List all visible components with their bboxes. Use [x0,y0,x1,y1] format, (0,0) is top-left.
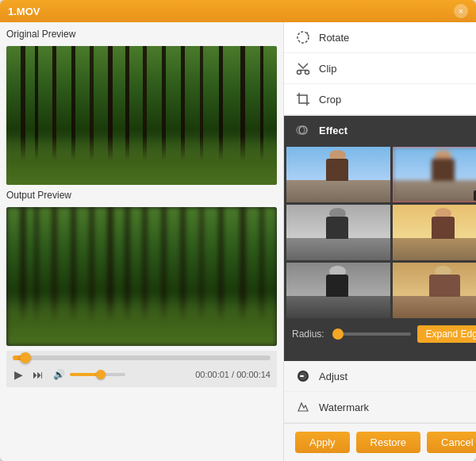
output-preview-label: Output Preview [6,190,277,202]
crop-icon [295,91,311,107]
original-preview-scene [6,46,277,185]
effect-thumb-dark [286,263,390,318]
adjust-icon [295,368,311,384]
effect-thumb-warm [393,205,476,260]
titlebar: 1.MOV × [0,0,476,22]
footer-buttons: Apply Restore Cancel [284,423,476,461]
time-display: 00:00:01 / 00:00:14 [195,370,271,379]
effect-label: Effect [319,125,347,136]
adjust-label: Adjust [319,371,347,382]
volume-thumb[interactable] [96,370,106,379]
content-area: Original Preview Output Preview [0,22,476,461]
effect-cell-blur[interactable]: Blur [393,147,476,202]
effect-header[interactable]: Effect [284,116,476,144]
tools-menu: Rotate Clip [284,22,476,116]
restore-button[interactable]: Restore [356,432,421,453]
radius-thumb[interactable] [332,328,344,340]
effect-cell-normal[interactable] [286,147,390,202]
rotate-label: Rotate [319,32,349,44]
apply-button[interactable]: Apply [295,432,350,453]
effect-cell-warm[interactable] [393,205,476,260]
radius-slider[interactable] [334,332,411,336]
close-button[interactable]: × [454,4,468,18]
main-window: 1.MOV × Original Preview Output Preview [0,0,476,461]
watermark-label: Watermark [319,401,369,413]
tool-rotate[interactable]: Rotate [284,22,476,53]
controls-bar: ▶ ⏭ 🔊 00:00:01 / 00:00:14 [6,351,277,387]
tool-clip[interactable]: Clip [284,53,476,84]
time-separator: / [232,370,234,379]
tool-crop[interactable]: Crop [284,84,476,115]
effect-cell-gray1[interactable] [286,205,390,260]
svg-rect-13 [300,375,304,377]
bottom-tools: Adjust Watermark [284,361,476,423]
radius-label: Radius: [292,328,328,340]
skip-button[interactable]: ⏭ [31,367,45,382]
play-button[interactable]: ▶ [13,367,25,382]
right-panel: Rotate Clip [283,22,476,461]
output-preview-scene [6,207,277,346]
effect-thumb-gray1 [286,205,390,260]
original-preview [6,46,277,185]
effect-panel: Effect [284,116,476,361]
progress-thumb[interactable] [20,352,31,363]
volume-control: 🔊 [52,367,125,382]
effect-grid: Blur [284,144,476,321]
tool-watermark[interactable]: Watermark [284,392,476,423]
effect-thumb-sepia [393,263,476,318]
controls-row: ▶ ⏭ 🔊 00:00:01 / 00:00:14 [13,367,271,382]
effect-thumb-normal [286,147,390,202]
tool-adjust[interactable]: Adjust [284,361,476,392]
time-current: 00:00:01 [195,370,229,379]
window-title: 1.MOV [8,6,40,17]
effect-icon [295,122,311,138]
progress-bar[interactable] [13,355,271,360]
volume-slider[interactable] [70,373,125,376]
output-preview [6,207,277,346]
effect-cell-sepia[interactable] [393,263,476,318]
crop-label: Crop [319,94,341,106]
svg-rect-4 [299,95,307,103]
clip-icon [295,60,311,76]
cancel-button[interactable]: Cancel [427,432,476,453]
time-total: 00:00:14 [236,370,271,379]
left-panel: Original Preview Output Preview [0,22,283,461]
effect-thumb-blur [393,147,476,202]
original-preview-label: Original Preview [6,29,277,41]
radius-control: Radius: Expand Edge [284,321,476,348]
rotate-icon [295,29,311,45]
effect-cell-dark[interactable] [286,263,390,318]
clip-label: Clip [319,63,336,75]
watermark-icon [295,399,311,415]
volume-icon: 🔊 [52,367,67,382]
expand-edge-button[interactable]: Expand Edge [417,325,476,343]
